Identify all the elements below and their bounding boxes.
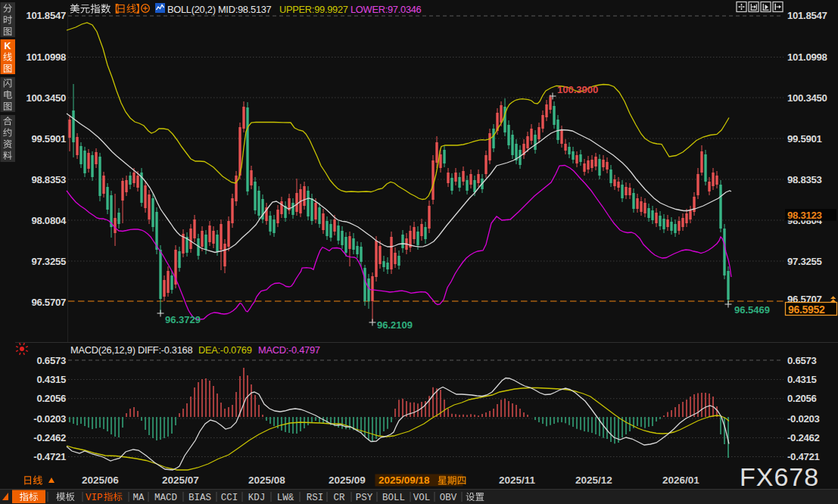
svg-text:2025/08: 2025/08 [248,474,285,486]
svg-text:-0.0203: -0.0203 [787,413,820,425]
svg-text:K: K [4,41,11,51]
svg-text:UPPER:99.9927: UPPER:99.9927 [279,4,348,15]
svg-text:LOWER:97.0346: LOWER:97.0346 [350,4,422,15]
svg-text:DEA:-0.0769: DEA:-0.0769 [198,344,252,356]
svg-text:OBV: OBV [440,493,457,503]
svg-text:-0.4721: -0.4721 [33,451,66,462]
svg-text:CR: CR [333,493,345,503]
svg-text:100.3450: 100.3450 [787,92,827,104]
svg-text:2025/09/18: 2025/09/18 [379,474,430,486]
svg-text:100.3450: 100.3450 [26,92,66,104]
svg-text:0.2056: 0.2056 [787,393,817,404]
svg-text:PSY: PSY [356,493,373,503]
svg-text:98.3123: 98.3123 [787,210,822,221]
svg-text:CCI: CCI [221,493,238,503]
svg-text:MA: MA [132,493,145,503]
svg-text:97.3255: 97.3255 [787,256,822,267]
svg-text:0.6573: 0.6573 [787,355,817,366]
svg-text:96.3729: 96.3729 [165,314,201,325]
svg-text:VIP: VIP [86,493,103,503]
svg-text:2025/12: 2025/12 [575,474,612,486]
svg-text:101.8547: 101.8547 [787,10,827,21]
svg-text:101.0998: 101.0998 [787,51,827,63]
svg-text:2026/01: 2026/01 [662,474,699,486]
svg-text:99.5901: 99.5901 [31,133,66,145]
svg-text:96.5707: 96.5707 [31,297,66,308]
svg-text:98.8353: 98.8353 [31,174,66,185]
svg-text:MACD:-0.4797: MACD:-0.4797 [258,344,320,356]
svg-text:2025/09: 2025/09 [329,474,366,486]
svg-text:-0.4721: -0.4721 [787,451,820,462]
svg-text:MACD(26,12,9) DIFF:-0.3168: MACD(26,12,9) DIFF:-0.3168 [70,344,192,356]
svg-text:96.5952: 96.5952 [788,303,825,316]
svg-text:99.5901: 99.5901 [787,133,822,145]
svg-text:0.2056: 0.2056 [36,393,66,404]
svg-text:96.5469: 96.5469 [734,304,770,316]
svg-text:98.0804: 98.0804 [31,215,67,226]
svg-text:RSI: RSI [307,493,324,503]
svg-text:KDJ: KDJ [248,493,266,503]
svg-text:-0.0203: -0.0203 [33,413,66,425]
svg-text:0.4315: 0.4315 [787,374,817,385]
svg-text:2025/07: 2025/07 [162,474,199,486]
svg-text:101.0998: 101.0998 [26,51,66,63]
svg-text:-0.2462: -0.2462 [787,432,820,443]
svg-text:FX678: FX678 [740,462,819,491]
svg-text:101.8547: 101.8547 [26,10,66,21]
svg-text:BIAS: BIAS [188,493,211,503]
svg-text:BOLL(20,2) MID:98.5137: BOLL(20,2) MID:98.5137 [167,4,272,15]
svg-text:100.3900: 100.3900 [557,84,598,95]
svg-text:BOLL: BOLL [382,493,405,503]
svg-text:-0.2462: -0.2462 [33,432,66,443]
svg-text:0.6573: 0.6573 [36,355,66,366]
svg-text:VOL: VOL [413,493,431,503]
svg-text:2025/06: 2025/06 [82,474,119,486]
svg-text:98.8353: 98.8353 [787,174,822,185]
svg-text:0.4315: 0.4315 [36,374,66,385]
svg-text:96.2109: 96.2109 [377,319,413,331]
svg-text:MACD: MACD [154,493,177,503]
svg-text:LW&: LW& [277,493,294,503]
svg-text:97.3255: 97.3255 [31,256,66,267]
svg-text:2025/11: 2025/11 [499,474,536,486]
